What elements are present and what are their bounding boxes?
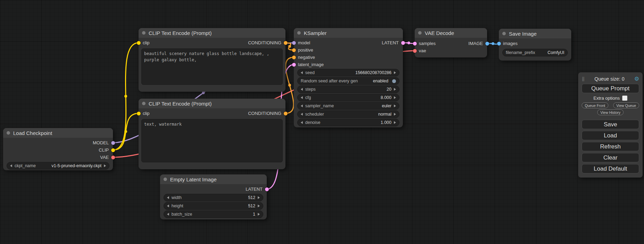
node-header[interactable]: Load Checkpoint <box>3 128 113 138</box>
node-collapse-dot-icon[interactable] <box>297 31 301 35</box>
cfg-widget[interactable]: cfg 8.000 <box>297 94 399 101</box>
queue-front-button[interactable]: Queue Front <box>582 102 608 108</box>
refresh-button[interactable]: Refresh <box>582 142 639 151</box>
sampler-name-widget[interactable]: sampler_name euler <box>297 102 399 110</box>
increment-arrow-icon[interactable] <box>104 164 106 167</box>
port-latent-output[interactable] <box>401 41 405 45</box>
widget-label: width <box>171 195 182 200</box>
slot-row: VAE <box>3 154 113 161</box>
decrement-arrow-icon[interactable] <box>301 113 303 116</box>
port-image-output[interactable] <box>485 42 489 45</box>
node-load-checkpoint[interactable]: Load Checkpoint MODEL CLIP VAE ckpt_name… <box>3 128 113 170</box>
drag-handle-icon[interactable]: ⣿ <box>582 76 585 81</box>
height-widget[interactable]: height 512 <box>164 202 263 210</box>
graph-canvas[interactable]: Load Checkpoint MODEL CLIP VAE ckpt_name… <box>0 0 644 244</box>
port-model-input[interactable] <box>292 41 296 45</box>
port-images-input[interactable] <box>497 42 501 45</box>
seed-widget[interactable]: seed 156680208700286 <box>297 69 399 76</box>
node-collapse-dot-icon[interactable] <box>502 32 506 35</box>
port-clip-input[interactable] <box>137 111 141 115</box>
prompt-textarea[interactable]: text, watermark <box>141 119 283 162</box>
ckpt-name-widget[interactable]: ckpt_name v1-5-pruned-emaonly.ckpt <box>7 162 109 170</box>
node-title: KSampler <box>304 30 327 36</box>
node-title: CLIP Text Encode (Prompt) <box>149 101 212 107</box>
node-ksampler[interactable]: KSampler model LATENT positive negative … <box>294 28 403 127</box>
denoise-widget[interactable]: denoise 1.000 <box>297 119 399 126</box>
slot-row: negative <box>294 54 403 61</box>
batch-size-widget[interactable]: batch_size 1 <box>164 210 263 218</box>
node-collapse-dot-icon[interactable] <box>418 31 422 35</box>
clear-button[interactable]: Clear <box>582 153 639 162</box>
increment-arrow-icon[interactable] <box>394 105 396 107</box>
node-collapse-dot-icon[interactable] <box>142 102 145 105</box>
port-clip-output[interactable] <box>111 148 115 152</box>
port-conditioning-output[interactable] <box>284 41 288 45</box>
port-model-output[interactable] <box>111 141 115 145</box>
increment-arrow-icon[interactable] <box>394 88 396 91</box>
node-header[interactable]: Save Image <box>499 29 571 38</box>
queue-prompt-button[interactable]: Queue Prompt <box>582 84 639 93</box>
link-midpoint-dot <box>407 42 410 44</box>
decrement-arrow-icon[interactable] <box>167 196 169 199</box>
view-queue-button[interactable]: View Queue <box>613 102 639 108</box>
node-header[interactable]: CLIP Text Encode (Prompt) <box>139 99 285 108</box>
extra-options-checkbox[interactable] <box>622 96 627 101</box>
node-header[interactable]: CLIP Text Encode (Prompt) <box>139 28 285 38</box>
node-header[interactable]: VAE Decode <box>415 28 487 38</box>
decrement-arrow-icon[interactable] <box>301 88 303 91</box>
filename-prefix-widget[interactable]: filename_prefix ComfyUI <box>502 49 568 56</box>
increment-arrow-icon[interactable] <box>394 113 396 116</box>
port-vae-output[interactable] <box>111 155 115 159</box>
node-collapse-dot-icon[interactable] <box>164 178 167 181</box>
node-title: Load Checkpoint <box>13 130 52 136</box>
increment-arrow-icon[interactable] <box>258 205 260 207</box>
random-seed-widget[interactable]: Random seed after every gen enabled <box>297 77 399 85</box>
output-label-latent: LATENT <box>382 40 399 45</box>
decrement-arrow-icon[interactable] <box>167 213 169 216</box>
toggle-indicator-icon[interactable] <box>392 79 396 83</box>
node-clip-text-encode-negative[interactable]: CLIP Text Encode (Prompt) clip CONDITION… <box>139 99 285 169</box>
port-positive-input[interactable] <box>292 48 296 52</box>
port-latent-output[interactable] <box>265 187 269 191</box>
node-collapse-dot-icon[interactable] <box>7 131 10 135</box>
increment-arrow-icon[interactable] <box>394 121 396 124</box>
increment-arrow-icon[interactable] <box>394 71 396 74</box>
port-clip-input[interactable] <box>137 41 141 45</box>
decrement-arrow-icon[interactable] <box>10 164 12 167</box>
link-midpoint-dot <box>288 84 291 87</box>
widget-value: enabled <box>373 79 389 83</box>
save-button[interactable]: Save <box>582 120 639 129</box>
load-button[interactable]: Load <box>582 131 639 140</box>
port-latent-image-input[interactable] <box>292 63 296 66</box>
widget-value: 1.000 <box>381 120 391 125</box>
decrement-arrow-icon[interactable] <box>301 96 303 99</box>
load-default-button[interactable]: Load Default <box>582 164 639 173</box>
link-midpoint-dot <box>288 45 291 48</box>
node-vae-decode[interactable]: VAE Decode samples IMAGE vae <box>415 28 487 57</box>
node-empty-latent-image[interactable]: Empty Latent Image LATENT width 512 heig… <box>160 174 267 219</box>
view-history-button[interactable]: View History <box>597 109 624 115</box>
slot-row: positive <box>294 46 403 54</box>
width-widget[interactable]: width 512 <box>164 194 263 201</box>
increment-arrow-icon[interactable] <box>258 213 260 216</box>
port-negative-input[interactable] <box>292 55 296 59</box>
node-title: Empty Latent Image <box>170 177 217 182</box>
scheduler-widget[interactable]: scheduler normal <box>297 110 399 118</box>
port-samples-input[interactable] <box>413 42 417 45</box>
decrement-arrow-icon[interactable] <box>167 205 169 207</box>
decrement-arrow-icon[interactable] <box>301 105 303 107</box>
port-vae-input[interactable] <box>413 49 417 53</box>
node-save-image[interactable]: Save Image images filename_prefix ComfyU… <box>499 29 571 61</box>
node-header[interactable]: Empty Latent Image <box>160 174 267 184</box>
prompt-textarea[interactable]: beautiful scenery nature glass bottle la… <box>141 48 283 85</box>
node-collapse-dot-icon[interactable] <box>142 31 145 35</box>
node-clip-text-encode-positive[interactable]: CLIP Text Encode (Prompt) clip CONDITION… <box>139 28 285 92</box>
increment-arrow-icon[interactable] <box>394 96 396 99</box>
increment-arrow-icon[interactable] <box>258 196 260 199</box>
gear-icon[interactable]: ⚙ <box>634 76 639 82</box>
decrement-arrow-icon[interactable] <box>301 121 303 124</box>
port-conditioning-output[interactable] <box>284 111 288 115</box>
steps-widget[interactable]: steps 20 <box>297 85 399 93</box>
decrement-arrow-icon[interactable] <box>301 71 303 74</box>
node-header[interactable]: KSampler <box>294 28 403 38</box>
